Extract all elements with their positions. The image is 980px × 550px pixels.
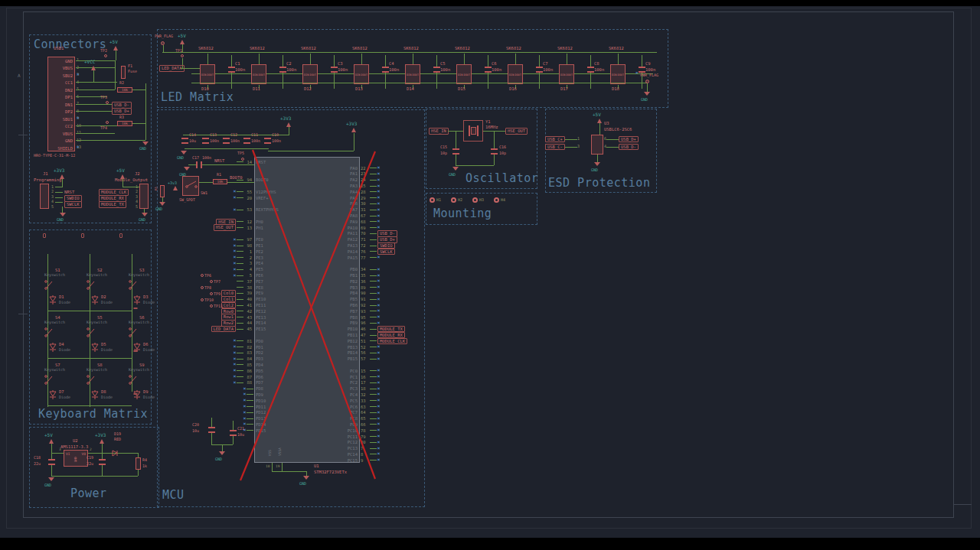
hier-label-hse-out[interactable]: HSE_OUT [505, 128, 528, 135]
resistor-r3[interactable]: 10k [117, 121, 132, 126]
resistor-r5[interactable] [160, 185, 165, 197]
hier-label[interactable]: USB_C- [545, 144, 565, 151]
diode-icon [133, 295, 141, 304]
mounting-hole[interactable]: H4 [494, 197, 505, 203]
led-diode-icon[interactable] [112, 450, 119, 457]
j1-connector-body[interactable] [40, 184, 49, 209]
wire [62, 179, 63, 187]
hier-label-module-tx[interactable]: MODULE_TX [99, 201, 126, 208]
regulator-body[interactable]: VI VO GND [64, 450, 88, 467]
section-title-mcu: MCU [162, 488, 185, 502]
wire [116, 50, 116, 60]
mounting-hole[interactable]: H1 [430, 197, 441, 203]
capacitor-icon[interactable] [485, 67, 492, 73]
led-component[interactable]: SK6812 DIN DOUT D16 C7 100n [499, 54, 550, 96]
capacitor-icon[interactable] [48, 459, 55, 465]
testpoint-label: TP2 [100, 49, 107, 54]
capacitor[interactable]: C13 100n [201, 135, 221, 153]
testpoint[interactable]: TP8 [201, 285, 223, 291]
net-label-nrst[interactable]: NRST [64, 190, 74, 194]
hier-label-col[interactable] [119, 233, 122, 238]
led-component[interactable]: SK6812 DIN DOUT D15 C6 100n [448, 54, 499, 96]
resistor-r4[interactable] [136, 457, 141, 470]
gnd-label: GND [449, 173, 456, 177]
hier-label-col[interactable] [43, 233, 46, 238]
hier-label[interactable]: USB_C+ [545, 136, 565, 143]
mounting-hole[interactable]: H2 [451, 197, 462, 203]
keyswitch-icon [43, 373, 54, 386]
led-component[interactable]: SK6812 DIN DOUT D13 C4 100n [345, 54, 397, 96]
capacitor-icon[interactable] [228, 67, 235, 73]
led-component[interactable]: SK6812 DIN DOUT D11 C2 100n [243, 54, 294, 96]
led-part-name: SK6812 [609, 46, 624, 50]
hier-label-hse-in[interactable]: HSE_IN [429, 128, 449, 135]
capacitor-icon[interactable] [99, 459, 106, 465]
testpoint[interactable]: TP10 [201, 297, 223, 303]
hier-label[interactable]: USB_D+ [619, 136, 639, 143]
schematic-sheet[interactable]: A Connectors USB1 GNDVBUSSBU2CC1DN2DP1DN… [0, 6, 980, 538]
testpoint[interactable]: TP7 [210, 278, 223, 285]
diode-ref: D4 [59, 342, 64, 347]
testpoint-label: TP9 [214, 291, 220, 296]
hier-label-row[interactable] [133, 393, 138, 395]
cap-value: 22u [34, 462, 41, 467]
hier-label-row[interactable] [133, 350, 138, 352]
capacitor-icon[interactable] [279, 67, 286, 73]
pin-name: CC2 [65, 124, 74, 129]
capacitor-icon[interactable] [433, 67, 440, 73]
capacitor-icon[interactable] [587, 67, 594, 73]
keyswitch-icon [43, 278, 54, 291]
keyswitch-cell[interactable]: S2 Keyswitch D2 Diode [79, 266, 121, 314]
led-component[interactable]: SK6812 DIN DOUT D14 C5 100n [397, 54, 448, 96]
hier-label-swclk[interactable]: SWCLK [64, 201, 82, 208]
wire [318, 73, 345, 74]
testpoint-icon[interactable] [104, 54, 107, 57]
esd-ic-body[interactable] [591, 135, 603, 155]
led-component[interactable]: SK6812 DIN DOUT D17 C8 100n [550, 54, 602, 96]
keyswitch-cell[interactable]: S5 Keyswitch D5 Diode [79, 314, 121, 361]
capacitor-icon[interactable] [536, 67, 543, 73]
led-dout-pin: DOUT [259, 73, 265, 76]
testpoint-icon[interactable] [106, 121, 109, 124]
capacitor-icon[interactable] [491, 148, 498, 155]
j2-connector-body[interactable] [139, 184, 149, 209]
wire [539, 55, 540, 67]
testpoint[interactable]: TP11 [210, 303, 223, 309]
keyswitch-icon [43, 326, 54, 338]
fuse-component[interactable] [121, 66, 126, 79]
cap-ref: C15 [440, 145, 447, 150]
capacitor-icon[interactable] [208, 427, 215, 433]
capacitor-icon[interactable] [331, 67, 338, 73]
keyswitch-cell[interactable]: S3 Keyswitch D3 Diode [121, 266, 163, 314]
cap-ref: C16 [499, 145, 506, 150]
testpoint[interactable]: TP9 [210, 291, 223, 297]
diode-icon [49, 343, 57, 352]
hier-label-usb-dp[interactable]: USB_D+ [112, 108, 132, 115]
testpoint[interactable]: TP6 [201, 272, 223, 278]
keyswitch-cell[interactable]: S9 Keyswitch D9 Diode [121, 361, 163, 408]
keyswitch-cell[interactable]: S4 Keyswitch D4 Diode [37, 314, 79, 361]
testpoint-icon[interactable] [181, 54, 184, 57]
wire [182, 44, 183, 52]
resistor-r2[interactable]: 10k [117, 87, 132, 93]
mounting-hole[interactable]: H3 [472, 197, 484, 203]
led-component[interactable]: SK6812 DIN DOUT D12 C3 100n [294, 54, 345, 96]
keyswitch-cell[interactable]: S1 Keyswitch D1 Diode [37, 266, 79, 314]
hier-label-col[interactable] [81, 233, 84, 238]
hier-label-row[interactable] [133, 308, 138, 309]
keyswitch-cell[interactable]: S7 Keyswitch D7 Diode [37, 361, 79, 408]
diode-value: Diode [101, 301, 113, 305]
diode-ref: D8 [101, 389, 106, 394]
pin-number: 2 [90, 448, 92, 452]
capacitor-icon[interactable] [382, 67, 389, 73]
capacitor-icon[interactable] [452, 148, 459, 155]
testpoint-icon[interactable] [106, 101, 109, 104]
keyswitch-cell[interactable]: S6 Keyswitch D6 Diode [121, 314, 163, 361]
keyswitch-cell[interactable]: S8 Keyswitch D8 Diode [79, 361, 121, 408]
wire [436, 73, 437, 89]
usb-connector-body[interactable]: GNDVBUSSBU2CC1DN2DP1DN1DP2SBU1CC2VBUSGND… [47, 57, 75, 151]
hier-label[interactable]: USB_D- [619, 144, 639, 151]
capacitor-icon[interactable] [639, 67, 645, 73]
led-ref: D14 [407, 86, 414, 91]
led-component[interactable]: SK6812 DIN DOUT D10 C1 100n [191, 54, 243, 96]
